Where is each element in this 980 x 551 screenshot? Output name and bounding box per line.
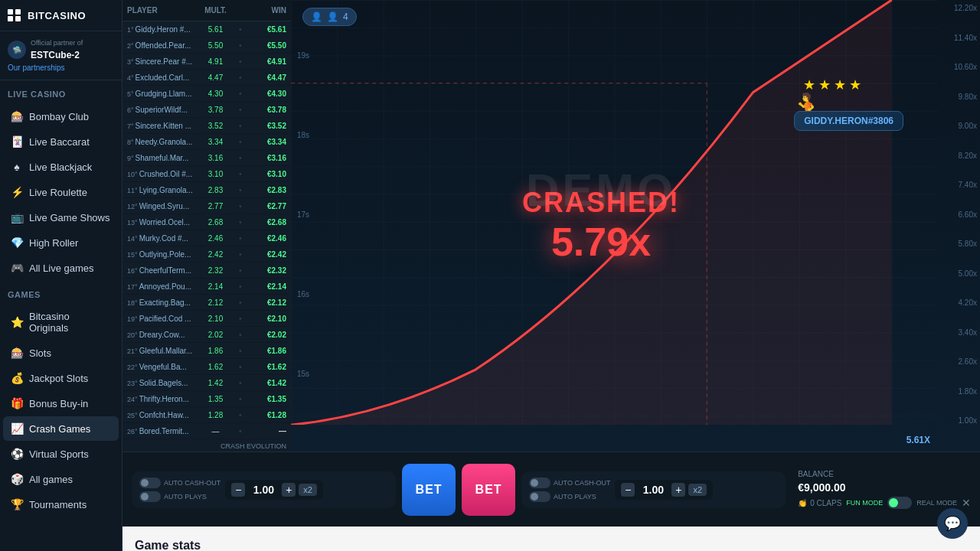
- roulette-icon: ⚡: [11, 186, 23, 198]
- mult-value: 3.16: [194, 154, 237, 162]
- dot: •: [237, 330, 244, 339]
- mult-label: 4.20x: [941, 298, 977, 307]
- player-name: 4°Excluded.Carl...: [127, 73, 194, 82]
- sidebar-item-virtual[interactable]: ⚽Virtual Sports: [3, 442, 119, 466]
- amount-plus-1[interactable]: +: [282, 483, 296, 497]
- table-row: 14°Murky.Cod #... 2.46 • €2.46: [122, 230, 291, 246]
- x2-btn-1[interactable]: x2: [299, 484, 317, 496]
- balance-amount: €9,000.00: [798, 481, 971, 494]
- mult-value: 2.12: [194, 298, 237, 307]
- jackpot-icon: 💰: [11, 372, 23, 384]
- amount-minus-2[interactable]: −: [621, 483, 635, 497]
- chat-button[interactable]: 💬: [937, 508, 968, 539]
- players-table: PLAYER MULT. WIN 1°Giddy.Heron #... 5.61…: [122, 0, 291, 452]
- mult-value: 5.61: [194, 25, 237, 34]
- win-value: €3.34: [244, 138, 286, 146]
- sidebar-label-tournaments: Tournaments: [29, 499, 87, 510]
- live-casino-nav: 🎰Bombay Club🃏Live Baccarat♠Live Blackjac…: [0, 103, 122, 281]
- player-name: 15°Outlying.Pole...: [127, 250, 194, 259]
- player-name: 22°Vengeful.Ba...: [127, 363, 194, 371]
- dot: •: [237, 137, 244, 146]
- players-count: 4: [343, 11, 348, 22]
- win-value: €4.91: [244, 57, 286, 66]
- game-area: PLAYER MULT. WIN 1°Giddy.Heron #... 5.61…: [122, 0, 980, 452]
- mult-label: 9.80x: [941, 93, 977, 101]
- mult-value: 1.35: [194, 395, 237, 403]
- balance-area: BALANCE €9,000.00 👏 0 CLAPS FUN MODE REA…: [798, 470, 971, 509]
- mult-label: 10.60x: [941, 63, 977, 71]
- table-row: 13°Worried.Ocel... 2.68 • €2.68: [122, 214, 291, 230]
- dot: •: [237, 346, 244, 355]
- sidebar-item-highroller[interactable]: 💎High Roller: [3, 230, 119, 255]
- sidebar-label-baccarat: Live Baccarat: [29, 136, 90, 148]
- dot: •: [237, 57, 244, 66]
- sidebar-item-originals[interactable]: ⭐Bitcasino Originals: [3, 305, 119, 340]
- amount-control-2: − 1.00 + x2: [615, 480, 713, 500]
- dot: •: [237, 426, 244, 435]
- sidebar-item-roulette[interactable]: ⚡Live Roulette: [3, 180, 119, 204]
- sidebar-item-slots[interactable]: 🎰Slots: [3, 341, 119, 365]
- auto-cashout-toggle-2[interactable]: [529, 478, 550, 488]
- mode-toggle[interactable]: [887, 497, 912, 509]
- sidebar-label-crash: Crash Games: [29, 423, 90, 435]
- blackjack-icon: ♠: [11, 161, 23, 173]
- bet-panel-1: AUTO CASH-OUT AUTO PLAYS − 1.00 + x2: [132, 471, 396, 508]
- table-row: 6°SuperiorWildf... 3.78 • €3.78: [122, 102, 291, 118]
- win-value: €1.35: [244, 395, 286, 403]
- sidebar-item-jackpot[interactable]: 💰Jackpot Slots: [3, 366, 119, 390]
- auto-plays-toggle-1[interactable]: [139, 491, 161, 502]
- sidebar-item-crash[interactable]: 📈Crash Games: [3, 416, 119, 441]
- balance-info: BALANCE: [798, 470, 971, 478]
- sidebar-item-alllive[interactable]: 🎮All Live games: [3, 256, 119, 280]
- stars-decoration: ★ ★ ★ ★: [803, 77, 861, 93]
- win-value: €4.47: [244, 73, 286, 82]
- player-name-badge: GIDDY.HERON#3806: [794, 111, 903, 131]
- auto-cashout-toggle-1[interactable]: [139, 478, 161, 488]
- close-btn[interactable]: ✕: [962, 497, 971, 509]
- auto-cashout-label-2: AUTO CASH-OUT: [554, 479, 610, 487]
- table-row: 19°Pacified.Cod ... 2.10 • €2.10: [122, 311, 291, 327]
- table-row: 5°Grudging.Llam... 4.30 • €4.30: [122, 86, 291, 102]
- mult-value: 2.68: [194, 218, 237, 227]
- sidebar-item-baccarat[interactable]: 🃏Live Baccarat: [3, 129, 119, 154]
- table-row: 18°Exacting.Bag... 2.12 • €2.12: [122, 295, 291, 311]
- sidebar-item-blackjack[interactable]: ♠Live Blackjack: [3, 155, 119, 179]
- games-header: Games: [0, 281, 122, 304]
- player-name: 12°Winged.Syru...: [127, 202, 194, 210]
- amount-minus-1[interactable]: −: [231, 483, 245, 497]
- auto-plays-toggle-2[interactable]: [529, 491, 550, 502]
- bet-button-blue[interactable]: BET: [402, 464, 456, 516]
- sidebar-item-bonusbuy[interactable]: 🎁Bonus Buy-in: [3, 391, 119, 416]
- sidebar-label-alllive: All Live games: [29, 262, 94, 274]
- table-row: 20°Dreary.Cow... 2.02 • €2.02: [122, 327, 291, 343]
- x2-btn-2[interactable]: x2: [688, 484, 707, 496]
- sidebar-item-tournaments[interactable]: 🏆Tournaments: [3, 492, 119, 517]
- table-row: 21°Gleeful.Mallar... 1.86 • €1.86: [122, 343, 291, 359]
- highroller-icon: 💎: [11, 236, 23, 249]
- player-name: 6°SuperiorWildf...: [127, 106, 194, 114]
- auto-plays-label-1: AUTO PLAYS: [164, 493, 207, 500]
- alllive-icon: 🎮: [11, 262, 23, 274]
- table-row: 1°Giddy.Heron #... 5.61 • €5.61: [122, 21, 291, 37]
- mult-value: 2.83: [194, 186, 237, 194]
- tournaments-icon: 🏆: [11, 498, 23, 510]
- sidebar-item-bombay[interactable]: 🎰Bombay Club: [3, 104, 119, 129]
- table-row: 16°CheerfulTerm... 2.32 • €2.32: [122, 262, 291, 279]
- dot: •: [237, 378, 244, 387]
- sidebar-item-allgames[interactable]: 🎲All games: [3, 467, 119, 491]
- dot: •: [237, 282, 244, 291]
- player-name: 3°Sincere.Pear #...: [127, 57, 194, 66]
- dot: •: [237, 24, 244, 34]
- auto-plays-row-1: AUTO PLAYS: [139, 491, 220, 502]
- win-value: €3.52: [244, 122, 286, 130]
- table-row: 3°Sincere.Pear #... 4.91 • €4.91: [122, 54, 291, 70]
- amount-plus-2[interactable]: +: [671, 483, 685, 497]
- time-label: 16s: [297, 290, 309, 298]
- player-name: 8°Needy.Granola...: [127, 138, 194, 146]
- time-label: 17s: [297, 210, 309, 219]
- bet-button-pink[interactable]: BET: [462, 464, 515, 516]
- mult-value: 2.77: [194, 202, 237, 210]
- mult-value: 1.62: [194, 363, 237, 371]
- sidebar-item-gameshows[interactable]: 📺Live Game Shows: [3, 205, 119, 230]
- partner-link[interactable]: Our partnerships: [8, 64, 114, 72]
